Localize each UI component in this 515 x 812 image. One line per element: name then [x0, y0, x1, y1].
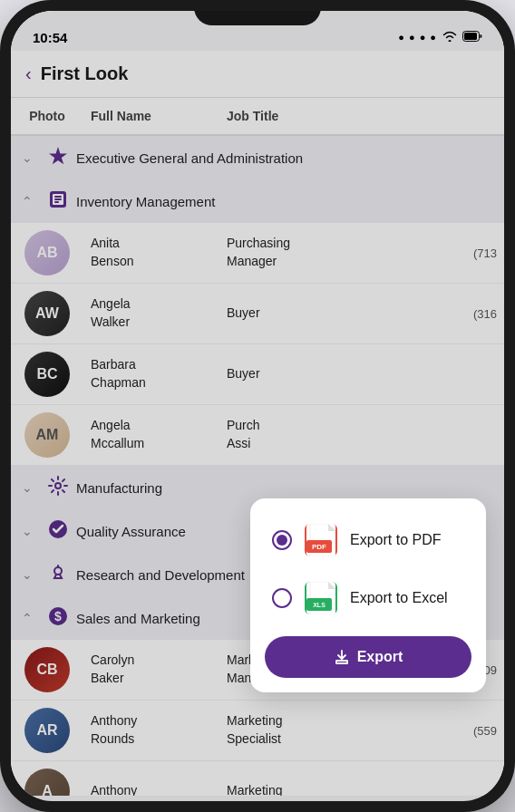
svg-text:PDF: PDF — [312, 543, 326, 551]
svg-text:XLS: XLS — [313, 602, 326, 608]
export-excel-option[interactable]: XLS Export to Excel — [265, 571, 471, 625]
excel-radio[interactable] — [272, 588, 292, 608]
pdf-icon: PDF — [305, 524, 337, 556]
export-button[interactable]: Export — [265, 636, 471, 678]
excel-label: Export to Excel — [350, 590, 448, 606]
phone-frame: 10:54 ● ● ● ● — [0, 0, 515, 812]
pdf-label: Export to PDF — [350, 532, 441, 548]
export-popup: PDF Export to PDF XLS Export t — [250, 498, 486, 692]
export-icon — [334, 649, 350, 665]
pdf-radio[interactable] — [272, 530, 292, 550]
export-pdf-option[interactable]: PDF Export to PDF — [265, 513, 471, 567]
xls-icon: XLS — [305, 582, 337, 614]
phone-screen: 10:54 ● ● ● ● — [11, 11, 504, 801]
